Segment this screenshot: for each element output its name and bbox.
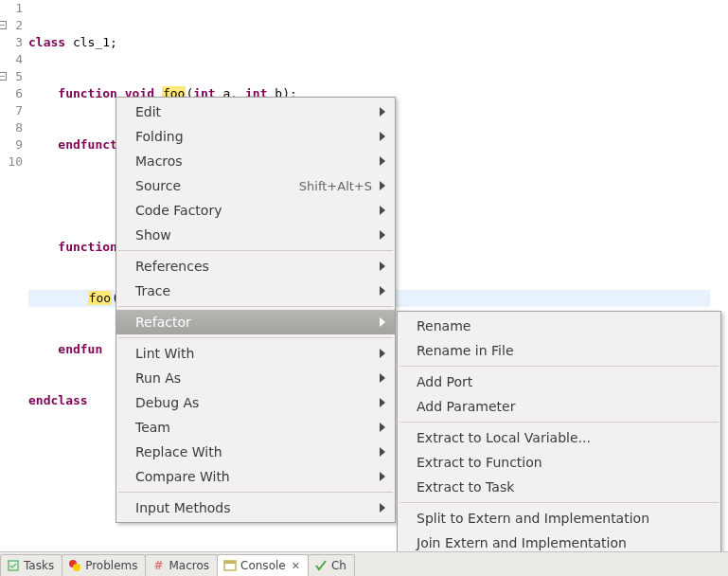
menu-replace-with[interactable]: Replace With xyxy=(116,440,395,464)
menu-debug-as[interactable]: Debug As xyxy=(116,390,395,415)
chevron-right-icon xyxy=(380,503,385,513)
tab-macros[interactable]: # Macros xyxy=(145,554,218,576)
tab-ch[interactable]: Ch xyxy=(308,554,355,576)
menu-separator xyxy=(400,422,719,423)
menu-separator xyxy=(400,502,719,503)
line-number: 3 xyxy=(0,34,23,51)
menu-extract-variable[interactable]: Extract to Local Variable... xyxy=(398,425,720,450)
chevron-right-icon xyxy=(380,156,385,166)
fold-icon[interactable]: – xyxy=(0,21,7,29)
kw-class: class xyxy=(28,35,65,49)
tab-console[interactable]: Console ✕ xyxy=(217,554,309,576)
menu-separator xyxy=(400,366,719,367)
menu-folding[interactable]: Folding xyxy=(116,124,395,149)
chevron-right-icon xyxy=(380,349,385,358)
chevron-right-icon xyxy=(380,181,385,190)
menu-add-port[interactable]: Add Port xyxy=(398,369,720,394)
line-number: 7 xyxy=(0,102,23,119)
accel-source: Shift+Alt+S xyxy=(299,179,372,193)
tab-label: Ch xyxy=(331,559,346,572)
menu-input-methods[interactable]: Input Methods xyxy=(116,495,395,520)
chevron-right-icon xyxy=(380,398,385,407)
menu-lint-with[interactable]: Lint With xyxy=(116,341,395,366)
refactor-submenu[interactable]: Rename Rename in File Add Port Add Param… xyxy=(397,311,721,576)
kw-function: function xyxy=(58,86,117,100)
close-icon[interactable]: ✕ xyxy=(292,560,300,572)
fn-foo-call: foo xyxy=(88,291,112,305)
line-number: 1 xyxy=(0,0,23,17)
line-number: 6 xyxy=(0,85,23,102)
console-icon xyxy=(223,559,237,572)
tab-label: Macros xyxy=(169,559,209,572)
view-tabs: Tasks Problems # Macros Console ✕ Ch xyxy=(0,551,728,576)
problems-icon xyxy=(68,559,81,572)
kw-function: function xyxy=(58,240,117,254)
menu-macros[interactable]: Macros xyxy=(116,149,395,173)
line-number: –2 xyxy=(0,17,23,34)
chevron-right-icon xyxy=(380,447,385,457)
id-cls1: cls_1 xyxy=(73,35,110,49)
chevron-right-icon xyxy=(380,230,385,240)
menu-extract-task[interactable]: Extract to Task xyxy=(398,475,720,499)
tab-label: Console xyxy=(240,559,286,572)
menu-code-factory[interactable]: Code Factory xyxy=(116,198,395,223)
chevron-right-icon xyxy=(380,472,385,481)
svg-rect-4 xyxy=(224,561,236,564)
line-number: 8 xyxy=(0,119,23,136)
chevron-right-icon xyxy=(380,317,385,327)
context-menu[interactable]: Edit Folding Macros SourceShift+Alt+S Co… xyxy=(115,97,396,523)
tab-tasks[interactable]: Tasks xyxy=(0,554,62,576)
menu-extract-function[interactable]: Extract to Function xyxy=(398,450,720,475)
chevron-right-icon xyxy=(380,286,385,296)
menu-add-parameter[interactable]: Add Parameter xyxy=(398,394,720,419)
menu-references[interactable]: References xyxy=(116,254,395,279)
tab-label: Tasks xyxy=(24,559,54,572)
chevron-right-icon xyxy=(380,132,385,141)
semi: ; xyxy=(110,35,117,49)
menu-edit[interactable]: Edit xyxy=(116,99,395,124)
menu-refactor[interactable]: Refactor xyxy=(116,310,395,334)
svg-point-2 xyxy=(73,564,80,571)
menu-rename-in-file[interactable]: Rename in File xyxy=(398,338,720,363)
tab-label: Problems xyxy=(85,559,137,572)
chevron-right-icon xyxy=(380,373,385,383)
menu-separator xyxy=(118,306,393,307)
chevron-right-icon xyxy=(380,423,385,432)
menu-team[interactable]: Team xyxy=(116,415,395,440)
chevron-right-icon xyxy=(380,261,385,271)
menu-trace[interactable]: Trace xyxy=(116,279,395,303)
chevron-right-icon xyxy=(380,206,385,215)
line-number: 4 xyxy=(0,51,23,68)
line-number: 10 xyxy=(0,153,23,171)
menu-separator xyxy=(118,250,393,251)
menu-run-as[interactable]: Run As xyxy=(116,366,395,390)
menu-source[interactable]: SourceShift+Alt+S xyxy=(116,173,395,198)
fold-icon[interactable]: – xyxy=(0,72,7,81)
menu-split-extern[interactable]: Split to Extern and Implementation xyxy=(398,506,720,531)
menu-separator xyxy=(118,337,393,338)
check-icon xyxy=(314,559,328,572)
tab-problems[interactable]: Problems xyxy=(62,554,146,576)
menu-compare-with[interactable]: Compare With xyxy=(116,464,395,489)
chevron-right-icon xyxy=(380,107,385,117)
line-number: 9 xyxy=(0,136,23,153)
kw-endfun-trunc: endfun xyxy=(58,342,102,356)
kw-endclass: endclass xyxy=(28,393,88,407)
line-number: –5 xyxy=(0,68,23,85)
menu-rename[interactable]: Rename xyxy=(398,314,720,338)
line-gutter: 1 –2 3 4 –5 6 7 8 9 10 xyxy=(0,0,27,171)
menu-show[interactable]: Show xyxy=(116,223,395,247)
menu-separator xyxy=(118,492,393,493)
hash-icon: # xyxy=(151,559,165,572)
tasks-icon xyxy=(7,559,20,572)
